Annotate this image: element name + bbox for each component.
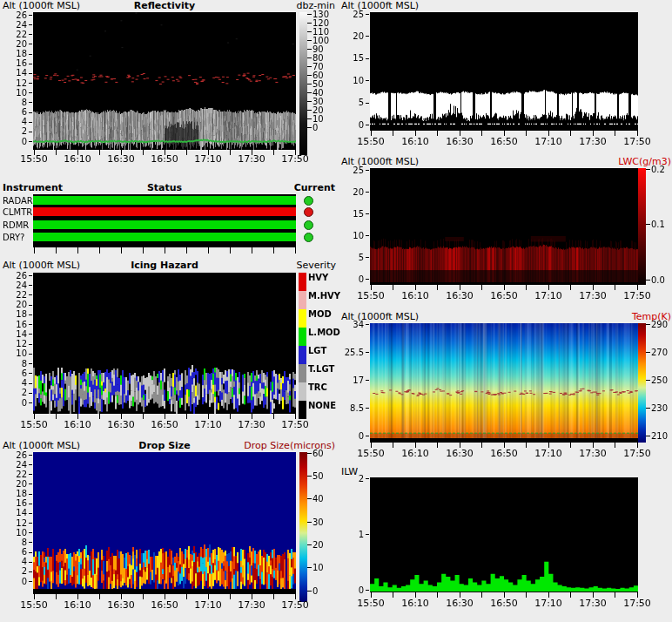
colorbar-tick [307, 75, 312, 76]
x-tick [570, 592, 571, 598]
y-tick [29, 141, 32, 142]
x-tick [230, 414, 231, 419]
ilw-plot [370, 477, 638, 592]
severity-segment-hvy [299, 273, 306, 291]
y-tick [366, 436, 369, 436]
x-tick-label: 16:50 [150, 420, 179, 430]
x-tick [526, 131, 527, 136]
y-tick [29, 494, 32, 495]
y-tick [29, 83, 32, 84]
y-tick-label: 24 [1, 281, 27, 290]
colorbar-tick [646, 380, 650, 381]
x-tick [56, 150, 57, 155]
colorbar-tick [646, 436, 650, 436]
severity-segment-label: M.HVY [308, 292, 340, 301]
status-x-tick [230, 247, 231, 254]
y-tick [29, 64, 32, 64]
y-tick-label: 4 [1, 379, 27, 388]
y-tick [29, 285, 32, 286]
y-tick-label: 10 [1, 529, 27, 537]
x-tick [481, 285, 482, 290]
x-tick-label: 17:10 [193, 420, 223, 430]
x-tick-label: 16:30 [445, 598, 474, 609]
x-tick [230, 594, 231, 599]
y-tick [29, 483, 32, 484]
colorbar-tick [307, 23, 312, 24]
x-tick-label: 16:10 [63, 154, 92, 165]
y-tick [29, 354, 32, 355]
colorbar-tick-label: 40 [312, 495, 324, 504]
y-tick-label: 6 [1, 369, 27, 378]
y-tick [366, 192, 369, 193]
x-tick [99, 150, 100, 155]
status-row-label: RDMR [3, 220, 29, 230]
x-tick-label: 17:10 [534, 598, 563, 609]
colorbar-tick [646, 169, 650, 170]
x-tick [570, 443, 571, 448]
cloud-mask-plot [370, 12, 638, 131]
y-tick [29, 92, 32, 93]
status-x-tick [143, 247, 144, 254]
x-tick-label: 15:50 [19, 420, 49, 430]
x-tick [56, 414, 57, 419]
colorbar-tick-label: 10 [312, 564, 324, 572]
y-tick-label: 5 [338, 98, 364, 107]
y-tick [29, 513, 32, 514]
y-tick [29, 523, 32, 524]
colorbar-tick [646, 352, 650, 353]
colorbar-tick [307, 110, 312, 111]
x-tick-label: 17:10 [193, 600, 223, 611]
y-tick-label: 8 [1, 98, 27, 107]
colorbar-tick [307, 476, 312, 477]
x-tick [99, 594, 100, 599]
y-tick-label: 0 [338, 586, 364, 595]
severity-segment-label: NONE [308, 402, 336, 410]
y-tick [366, 213, 369, 214]
colorbar-tick-label: 0 [312, 124, 318, 132]
y-tick [29, 334, 32, 335]
x-tick-label: 17:50 [622, 137, 652, 147]
colorbar-tick [307, 118, 312, 119]
y-tick [29, 464, 32, 465]
colorbar-tick-label: 290 [651, 321, 668, 329]
status-x-tick [208, 247, 209, 254]
status-x-tick [295, 247, 296, 254]
y-tick-label: 24 [1, 461, 27, 470]
status-row-label: CLMTR [3, 207, 32, 217]
x-tick-label: 17:30 [578, 598, 608, 609]
severity-legend-label: Severity [197, 260, 336, 271]
status-lamp-dry? [304, 233, 313, 242]
x-tick [143, 414, 144, 419]
severity-segment-trc [299, 382, 306, 401]
colorbar-tick [307, 544, 312, 545]
y-tick [366, 103, 369, 104]
y-tick-label: 18 [1, 50, 27, 58]
x-tick-label: 15:50 [356, 449, 386, 459]
x-tick [481, 592, 482, 598]
y-tick [366, 590, 369, 591]
y-tick-label: 12 [1, 340, 27, 348]
y-tick [29, 532, 32, 533]
x-tick-label: 17:10 [534, 137, 563, 147]
colorbar-tick [307, 498, 312, 499]
severity-segment-label: LGT [308, 347, 326, 355]
y-tick [366, 14, 369, 15]
y-tick-label: 0 [338, 432, 364, 441]
status-header-current: Current [244, 183, 335, 193]
colorbar-tick [307, 522, 312, 523]
y-tick [366, 380, 369, 381]
y-tick-label: 22 [1, 470, 27, 479]
y-tick-label: 8.5 [338, 404, 364, 413]
y-tick [29, 112, 32, 113]
y-tick [29, 102, 32, 103]
y-tick-label: 2 [338, 475, 364, 483]
icing-hazard-plot [33, 273, 296, 414]
colorbar-tick [307, 567, 312, 568]
x-tick-label: 17:30 [237, 600, 266, 611]
x-tick [437, 592, 438, 598]
colorbar-tick [307, 92, 312, 93]
x-tick [56, 594, 57, 599]
x-tick [143, 150, 144, 155]
x-tick-label: 17:50 [280, 600, 310, 611]
y-tick-label: 17 [338, 376, 364, 385]
